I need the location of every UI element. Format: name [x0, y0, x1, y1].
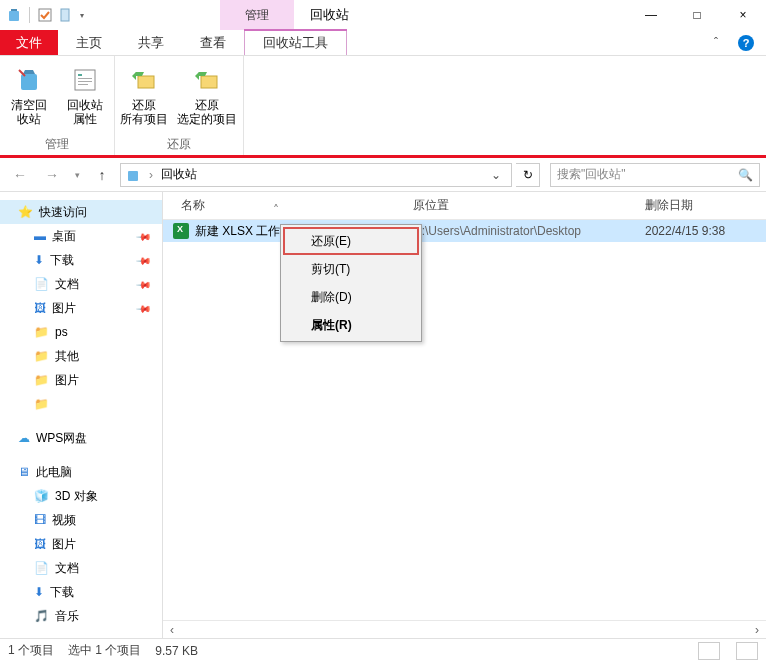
horizontal-scrollbar[interactable]: ‹ › [163, 620, 766, 638]
context-menu-restore[interactable]: 还原(E) [283, 227, 419, 255]
search-icon[interactable]: 🔍 [738, 168, 753, 182]
up-button[interactable]: ↑ [88, 161, 116, 189]
scroll-left-icon[interactable]: ‹ [163, 623, 181, 637]
recycle-bin-icon[interactable] [5, 6, 23, 24]
xlsx-icon [173, 223, 189, 239]
pin-icon: 📌 [136, 252, 152, 268]
context-menu-properties[interactable]: 属性(R) [283, 311, 419, 339]
sidebar-item-pictures2[interactable]: 📁图片 [0, 368, 162, 392]
empty-bin-label: 清空回 收站 [11, 98, 47, 126]
sidebar-item-wps[interactable]: ☁WPS网盘 [0, 426, 162, 450]
sidebar-item-this-pc[interactable]: 🖥此电脑 [0, 460, 162, 484]
sidebar-item-downloads[interactable]: ⬇下载📌 [0, 248, 162, 272]
ribbon-group-restore: 还原 所有项目 还原 选定的项目 还原 [115, 56, 244, 155]
sidebar-item-3d[interactable]: 🧊3D 对象 [0, 484, 162, 508]
sidebar-item-documents2[interactable]: 📄文档 [0, 556, 162, 580]
view-tab[interactable]: 查看 [182, 30, 244, 55]
svg-rect-8 [78, 81, 92, 82]
document-icon: 📄 [34, 561, 49, 575]
qat-separator [29, 7, 30, 23]
column-original-location[interactable]: 原位置 [395, 197, 627, 214]
refresh-button[interactable]: ↻ [516, 163, 540, 187]
restore-all-button[interactable]: 还原 所有项目 [121, 60, 167, 134]
restore-selected-button[interactable]: 还原 选定的项目 [177, 60, 237, 134]
column-date-deleted[interactable]: 删除日期 [627, 197, 766, 214]
file-name: 新建 XLSX 工作表 [195, 223, 292, 240]
search-box[interactable]: 搜索"回收站" 🔍 [550, 163, 760, 187]
sidebar-label: 其他 [55, 348, 79, 365]
folder-icon: 📁 [34, 397, 49, 411]
recent-dropdown-icon[interactable]: ▾ [70, 161, 84, 189]
file-tab[interactable]: 文件 [0, 30, 58, 55]
sidebar-label: 文档 [55, 560, 79, 577]
recycle-bin-properties-button[interactable]: 回收站 属性 [62, 60, 108, 134]
sidebar-label: 文档 [55, 276, 79, 293]
address-location[interactable]: 回收站 [161, 166, 197, 183]
content-area: ⭐快速访问 ▬桌面📌 ⬇下载📌 📄文档📌 🖼图片📌 📁ps 📁其他 📁图片 📁 … [0, 192, 766, 638]
minimize-button[interactable]: — [628, 0, 674, 30]
properties-icon [69, 64, 101, 96]
context-tab-label: 管理 [220, 0, 294, 30]
file-location-cell: C:\Users\Administrator\Desktop [403, 224, 635, 238]
scroll-right-icon[interactable]: › [748, 623, 766, 637]
address-dropdown-icon[interactable]: ⌄ [485, 168, 507, 182]
sidebar-item-ps[interactable]: 📁ps [0, 320, 162, 344]
checkbox-icon[interactable] [36, 6, 54, 24]
qat-dropdown-icon[interactable]: ▾ [76, 11, 88, 20]
ribbon-collapse-icon[interactable]: ˆ [706, 30, 726, 55]
navigation-bar: ← → ▾ ↑ › 回收站 ⌄ ↻ 搜索"回收站" 🔍 [0, 158, 766, 192]
column-headers: 名称 原位置 删除日期 [163, 192, 766, 220]
ribbon: 清空回 收站 回收站 属性 管理 还原 所有项目 还原 选定的项目 还原 [0, 56, 766, 158]
folder-icon: 📁 [34, 325, 49, 339]
context-menu-cut[interactable]: 剪切(T) [283, 255, 419, 283]
back-button[interactable]: ← [6, 161, 34, 189]
svg-rect-11 [201, 76, 217, 88]
address-bar[interactable]: › 回收站 ⌄ [120, 163, 512, 187]
svg-rect-4 [21, 74, 37, 90]
home-tab[interactable]: 主页 [58, 30, 120, 55]
sidebar-label: 3D 对象 [55, 488, 98, 505]
share-tab[interactable]: 共享 [120, 30, 182, 55]
download-icon: ⬇ [34, 585, 44, 599]
sidebar-item-pictures3[interactable]: 🖼图片 [0, 532, 162, 556]
chevron-right-icon[interactable]: › [145, 168, 157, 182]
close-button[interactable]: × [720, 0, 766, 30]
document-icon[interactable] [56, 6, 74, 24]
sidebar-label: 桌面 [52, 228, 76, 245]
recycle-bin-small-icon [125, 167, 141, 183]
svg-rect-5 [75, 70, 95, 90]
music-icon: 🎵 [34, 609, 49, 623]
group-manage-label: 管理 [6, 134, 108, 153]
sidebar-item-pictures[interactable]: 🖼图片📌 [0, 296, 162, 320]
sidebar-label: 下载 [50, 584, 74, 601]
sidebar-item-desktop[interactable]: ▬桌面📌 [0, 224, 162, 248]
help-button[interactable]: ? [726, 30, 766, 55]
column-name[interactable]: 名称 [163, 197, 395, 214]
recycle-bin-tools-tab[interactable]: 回收站工具 [244, 30, 347, 55]
video-icon: 🎞 [34, 513, 46, 527]
quick-access-toolbar: ▾ [0, 6, 88, 24]
maximize-button[interactable]: □ [674, 0, 720, 30]
empty-recycle-bin-button[interactable]: 清空回 收站 [6, 60, 52, 134]
sidebar-label: 图片 [52, 300, 76, 317]
sidebar-item-blank[interactable]: 📁 [0, 392, 162, 416]
window-title: 回收站 [310, 6, 349, 24]
sidebar-label: 音乐 [55, 608, 79, 625]
context-menu-delete[interactable]: 删除(D) [283, 283, 419, 311]
sidebar-item-documents[interactable]: 📄文档📌 [0, 272, 162, 296]
sidebar-item-downloads2[interactable]: ⬇下载 [0, 580, 162, 604]
sidebar-item-other[interactable]: 📁其他 [0, 344, 162, 368]
file-row[interactable]: 新建 XLSX 工作表 C:\Users\Administrator\Deskt… [163, 220, 766, 242]
pin-icon: 📌 [136, 228, 152, 244]
file-list[interactable]: 新建 XLSX 工作表 C:\Users\Administrator\Deskt… [163, 220, 766, 620]
help-icon: ? [738, 35, 754, 51]
details-view-button[interactable] [698, 642, 720, 660]
thumbnails-view-button[interactable] [736, 642, 758, 660]
sidebar-item-quick-access[interactable]: ⭐快速访问 [0, 200, 162, 224]
forward-button[interactable]: → [38, 161, 66, 189]
cube-icon: 🧊 [34, 489, 49, 503]
sidebar-item-video[interactable]: 🎞视频 [0, 508, 162, 532]
folder-icon: 📁 [34, 349, 49, 363]
sidebar-item-music[interactable]: 🎵音乐 [0, 604, 162, 628]
ribbon-tabs: 文件 主页 共享 查看 回收站工具 ˆ ? [0, 30, 766, 56]
